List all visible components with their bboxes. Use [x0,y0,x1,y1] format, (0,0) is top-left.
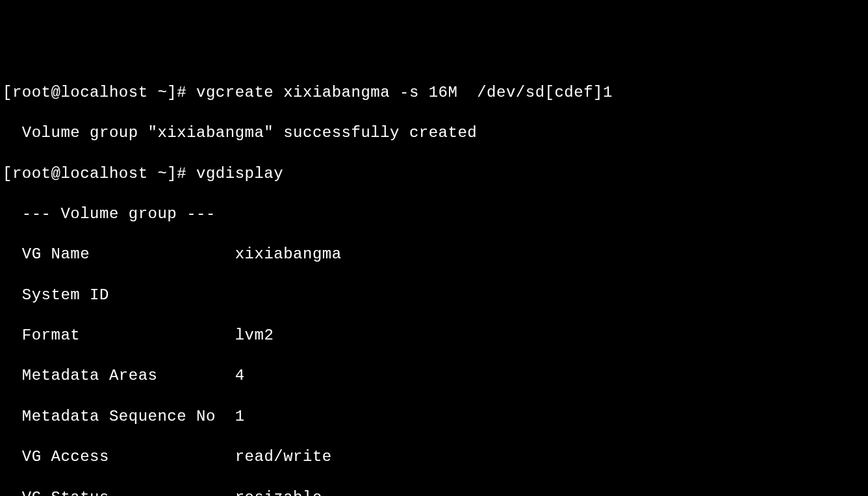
command-vgcreate: vgcreate xixiabangma -s 16M /dev/sd[cdef… [196,82,613,103]
vgcreate-success-message: Volume group "xixiabangma" successfully … [3,123,865,143]
terminal-output[interactable]: [root@localhost ~]# vgcreate xixiabangma… [3,82,865,496]
field-value-metadata-seq: 1 [225,408,245,425]
vgdisplay-header: --- Volume group --- [3,204,865,224]
shell-prompt: [root@localhost ~]# [3,82,196,103]
shell-prompt: [root@localhost ~]# [3,164,196,184]
field-value-vg-access: read/write [225,448,332,465]
command-vgdisplay: vgdisplay [196,164,283,184]
field-label-vg-status: VG Status [3,489,225,497]
field-value-vg-status: resizable [225,489,322,497]
field-label-format: Format [3,327,225,344]
field-value-format: lvm2 [225,327,274,344]
field-label-vg-name: VG Name [3,245,225,263]
field-value-vg-name: xixiabangma [225,245,342,263]
field-label-vg-access: VG Access [3,448,225,465]
field-label-metadata-areas: Metadata Areas [3,367,225,384]
field-label-system-id: System ID [3,286,225,304]
field-value-metadata-areas: 4 [225,367,245,384]
field-label-metadata-seq: Metadata Sequence No [3,408,225,425]
